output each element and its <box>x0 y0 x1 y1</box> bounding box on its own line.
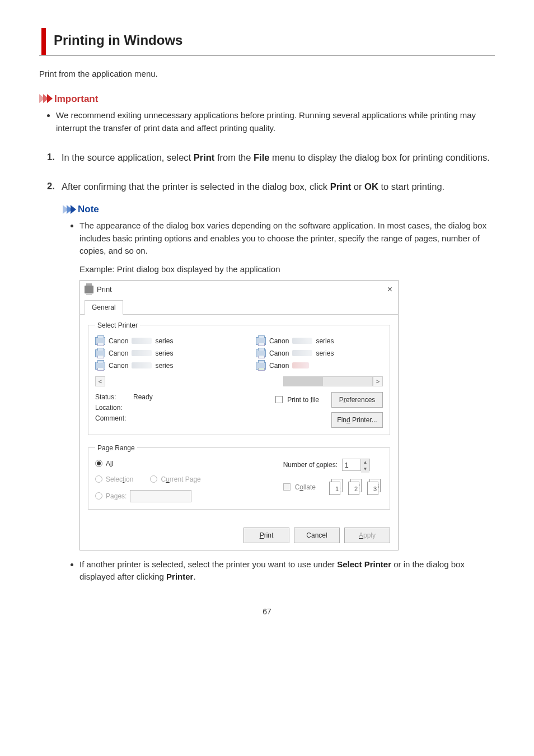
note-label: Note <box>78 202 99 217</box>
printer-icon <box>95 349 105 357</box>
radio-icon <box>150 475 157 483</box>
printer-item[interactable]: Canon series <box>95 361 222 371</box>
print-button[interactable]: Print <box>243 528 289 543</box>
printer-item[interactable]: Canon series <box>95 336 222 346</box>
print-to-file-checkbox[interactable] <box>275 396 283 403</box>
step2-post: to start printing. <box>378 181 444 192</box>
radio-current-page: Current Page <box>150 474 200 484</box>
printer-item[interactable]: Canon series <box>95 348 222 358</box>
copies-stepper[interactable]: 1 ▲▼ <box>342 459 370 471</box>
scroll-right-button[interactable]: > <box>373 376 383 386</box>
pages-field <box>130 490 191 502</box>
step2-print: Print <box>330 181 352 192</box>
status-label: Status: <box>95 392 133 403</box>
close-icon[interactable]: × <box>387 285 392 294</box>
radio-icon <box>95 475 102 483</box>
find-printer-button[interactable]: Find Printer... <box>331 412 383 428</box>
copies-label: Number of copies: <box>283 460 338 470</box>
select-printer-group: Select Printer Canon series Canon series… <box>88 320 390 435</box>
step1-print: Print <box>194 152 215 162</box>
radio-icon <box>95 492 102 500</box>
chevron-icon <box>39 94 51 103</box>
step2-pre: After confirming that the printer is sel… <box>62 181 330 192</box>
note-header: Note <box>63 202 495 217</box>
title-block: Printing in Windows <box>39 28 495 55</box>
radio-selection: Selection <box>95 474 133 484</box>
note-item-1: The appearance of the dialog box varies … <box>79 220 495 550</box>
spin-down-icon[interactable]: ▼ <box>361 466 369 473</box>
step1-post: menu to display the dialog box for print… <box>269 152 490 162</box>
note2-post: . <box>193 572 195 581</box>
note2-select-printer: Select Printer <box>337 559 391 569</box>
important-label: Important <box>54 92 98 106</box>
spin-up-icon[interactable]: ▲ <box>361 459 369 466</box>
copies-value[interactable]: 1 <box>343 459 360 470</box>
step1-file: File <box>254 152 269 162</box>
printer-item[interactable]: Canon series <box>256 348 383 358</box>
page-range-group: Page Range All <box>88 443 390 510</box>
printer-item[interactable]: Canon series <box>256 336 383 346</box>
print-to-file-label: Print to file <box>287 395 319 405</box>
step1-pre: In the source application, select <box>62 152 194 162</box>
step2-mid: or <box>351 181 364 192</box>
radio-pages: Pages: <box>95 490 201 502</box>
important-bullet: We recommend exiting unnecessary applica… <box>56 109 495 134</box>
collate-checkbox <box>283 483 291 491</box>
note2-pre: If another printer is selected, select t… <box>79 559 337 569</box>
important-header: Important <box>39 92 495 106</box>
note2-printer: Printer <box>166 572 193 581</box>
collate-label: Collate <box>295 482 316 492</box>
printer-list[interactable]: Canon series Canon series Canon series C… <box>95 336 383 371</box>
important-list: We recommend exiting unnecessary applica… <box>39 109 495 134</box>
chevron-icon <box>63 205 74 214</box>
printer-icon <box>95 337 105 345</box>
select-printer-legend: Select Printer <box>95 320 140 330</box>
step2-ok: OK <box>364 181 378 192</box>
status-value: Ready <box>133 393 153 401</box>
tab-general[interactable]: General <box>85 300 123 315</box>
scrollbar[interactable] <box>283 376 373 386</box>
note-item-2: If another printer is selected, select t… <box>79 558 495 584</box>
radio-all[interactable]: All <box>95 459 201 469</box>
cancel-button[interactable]: Cancel <box>294 528 340 543</box>
print-dialog: Print × General Select Printer Canon s <box>79 280 399 550</box>
step-1: In the source application, select Print … <box>47 150 495 165</box>
printer-icon <box>85 286 93 293</box>
page-title: Printing in Windows <box>54 30 487 50</box>
location-label: Location: <box>95 403 133 413</box>
page-number: 67 <box>39 606 495 618</box>
printer-icon <box>95 362 105 370</box>
printer-icon <box>256 349 266 357</box>
collate-icon: 11 22 33 <box>329 479 383 496</box>
radio-icon[interactable] <box>95 460 102 467</box>
preferences-button[interactable]: Preferences <box>331 392 383 408</box>
dialog-title: Print <box>97 284 112 295</box>
note1-text: The appearance of the dialog box varies … <box>79 221 486 255</box>
step1-mid: from the <box>214 152 254 162</box>
step-2: After confirming that the printer is sel… <box>47 179 495 583</box>
printer-icon <box>256 337 266 345</box>
apply-button: Apply <box>344 528 390 543</box>
comment-label: Comment: <box>95 413 133 424</box>
printer-item[interactable]: Canon <box>256 361 383 371</box>
printer-default-icon <box>256 362 266 370</box>
intro-text: Print from the application menu. <box>39 68 495 81</box>
scroll-left-button[interactable]: < <box>95 376 105 386</box>
example-caption: Example: Print dialog box displayed by t… <box>79 263 495 276</box>
page-range-legend: Page Range <box>95 443 137 453</box>
